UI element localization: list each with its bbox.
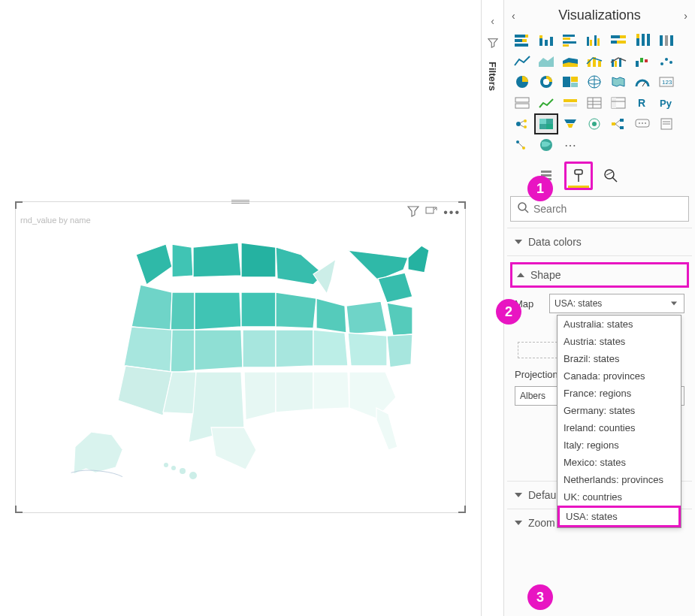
stacked-column-chart-icon[interactable] [536, 31, 557, 49]
section-data-colors[interactable]: Data colors [507, 228, 692, 255]
svg-point-89 [645, 122, 646, 124]
map-type-dropdown-list[interactable]: Australia: states Austria: states Brazil… [557, 315, 681, 528]
r-visual-icon[interactable]: R [632, 94, 653, 112]
projection-field-label: Projection [515, 369, 558, 380]
report-canvas[interactable]: ••• rnd_value by name [0, 0, 481, 616]
map-option[interactable]: Mexico: states [558, 454, 681, 471]
map-selected-value: USA: states [554, 298, 602, 309]
map-type-dropdown[interactable]: USA: states [549, 294, 684, 313]
map-option[interactable]: France: regions [558, 385, 681, 402]
section-shape[interactable]: Shape Map USA: states Australia: states … [507, 255, 692, 413]
line-stacked-column-icon[interactable] [584, 52, 605, 70]
collapse-pane-icon[interactable]: ‹ [512, 10, 515, 22]
hundred-stacked-column-icon[interactable] [632, 31, 653, 49]
projection-value: Albers [520, 391, 545, 401]
shape-map-icon[interactable] [536, 115, 557, 133]
svg-rect-8 [522, 39, 527, 42]
filter-icon[interactable] [407, 205, 419, 220]
map-option-selected[interactable]: USA: states [558, 506, 681, 527]
section-label: Zoom [528, 517, 555, 529]
line-chart-icon[interactable] [512, 52, 533, 70]
clustered-bar-chart-icon[interactable] [560, 31, 581, 49]
svg-rect-35 [598, 61, 601, 67]
map-option[interactable]: Italy: regions [558, 436, 681, 454]
svg-rect-6 [525, 35, 528, 38]
filled-map-icon[interactable] [608, 73, 629, 91]
smart-narrative-icon[interactable] [512, 136, 533, 154]
azure-map-icon[interactable] [536, 136, 557, 154]
donut-chart-icon[interactable] [536, 73, 557, 91]
svg-rect-18 [587, 37, 589, 46]
scatter-chart-icon[interactable] [656, 52, 677, 70]
stacked-area-chart-icon[interactable] [560, 52, 581, 70]
chevron-left-icon[interactable]: ‹ [491, 15, 494, 27]
svg-line-85 [615, 124, 620, 128]
python-visual-icon[interactable]: Py [656, 94, 677, 112]
map-option[interactable]: Ireland: counties [558, 419, 681, 436]
key-influencers-icon[interactable] [512, 115, 533, 133]
hundred-stacked-bar-icon[interactable] [608, 31, 629, 49]
qa-visual-icon[interactable] [632, 115, 653, 133]
stacked-bar-chart-icon[interactable] [512, 31, 533, 49]
visual-container[interactable]: ••• rnd_value by name [15, 201, 466, 513]
focus-mode-icon[interactable] [425, 205, 437, 220]
svg-rect-78 [546, 124, 553, 129]
svg-line-95 [518, 143, 523, 147]
svg-rect-51 [571, 83, 578, 87]
svg-rect-23 [620, 35, 626, 38]
pie-chart-icon[interactable] [512, 73, 533, 91]
drag-handle[interactable] [231, 200, 249, 204]
annotation-callout-2: 2 [496, 299, 521, 325]
resize-handle[interactable] [458, 506, 466, 513]
map-option[interactable]: Australia: states [558, 316, 681, 333]
svg-point-72 [524, 119, 527, 122]
resize-handle[interactable] [15, 201, 23, 209]
ribbon-chart-icon[interactable] [656, 31, 677, 49]
map-icon[interactable] [584, 73, 605, 91]
clustered-column-chart-icon[interactable] [584, 31, 605, 49]
arcgis-icon[interactable] [584, 115, 605, 133]
svg-rect-0 [426, 207, 434, 213]
svg-rect-58 [515, 98, 529, 102]
table-icon[interactable] [584, 94, 605, 112]
map-option[interactable]: Germany: states [558, 402, 681, 419]
format-tab-icon[interactable] [568, 165, 589, 186]
area-chart-icon[interactable] [536, 52, 557, 70]
svg-rect-77 [539, 119, 546, 124]
funnel-icon[interactable] [560, 115, 581, 133]
svg-point-44 [669, 61, 672, 64]
svg-rect-5 [515, 35, 525, 38]
get-more-visuals-icon[interactable]: ⋯ [560, 136, 581, 154]
svg-rect-7 [515, 39, 522, 42]
svg-line-74 [520, 121, 524, 123]
format-search-input[interactable] [533, 203, 682, 215]
resize-handle[interactable] [15, 506, 23, 513]
treemap-icon[interactable] [560, 73, 581, 91]
slicer-icon[interactable] [560, 94, 581, 112]
svg-rect-62 [588, 98, 601, 108]
kpi-icon[interactable] [536, 94, 557, 112]
svg-point-71 [516, 122, 521, 126]
svg-rect-16 [563, 41, 576, 44]
svg-rect-29 [647, 34, 650, 46]
map-option[interactable]: UK: countries [558, 488, 681, 506]
decomposition-tree-icon[interactable] [608, 115, 629, 133]
map-option[interactable]: Netherlands: provinces [558, 471, 681, 488]
line-clustered-column-icon[interactable] [608, 52, 629, 70]
svg-rect-17 [563, 44, 569, 47]
map-option[interactable]: Brazil: states [558, 350, 681, 367]
analytics-tab-icon[interactable] [600, 165, 621, 186]
paginated-report-icon[interactable] [656, 115, 677, 133]
expand-pane-icon[interactable]: › [684, 10, 687, 22]
map-option[interactable]: Canada: provinces [558, 367, 681, 385]
card-icon[interactable]: 123 [656, 73, 677, 91]
svg-rect-41 [645, 59, 648, 62]
map-option[interactable]: Austria: states [558, 333, 681, 350]
svg-point-80 [592, 122, 597, 126]
svg-rect-13 [550, 37, 553, 46]
waterfall-chart-icon[interactable] [632, 52, 653, 70]
matrix-icon[interactable] [608, 94, 629, 112]
multi-row-card-icon[interactable] [512, 94, 533, 112]
gauge-icon[interactable] [632, 73, 653, 91]
more-options-icon[interactable]: ••• [443, 206, 461, 219]
